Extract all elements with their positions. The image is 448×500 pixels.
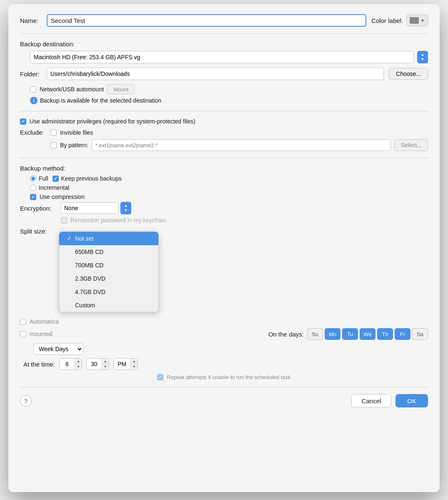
backup-destination-label: Backup destination: (20, 40, 428, 48)
admin-checkbox[interactable] (20, 118, 26, 125)
color-label-area: Color label: ▼ (371, 15, 428, 26)
pattern-select-button[interactable]: Select... (394, 139, 428, 151)
auto-checkbox-2[interactable] (20, 331, 26, 337)
pattern-input[interactable] (92, 139, 391, 151)
dropdown-item-label: Not set (75, 235, 93, 242)
backup-method-label: Backup method: (20, 165, 428, 172)
schedule-row: Week Days (20, 343, 428, 355)
minute-up-arrow[interactable]: ▲ (102, 359, 109, 364)
keep-backups-label: Keep previous backups (61, 175, 122, 182)
day-sa[interactable]: Sa (412, 328, 428, 340)
by-pattern-checkbox[interactable] (50, 142, 57, 148)
encryption-label: Encryption: (20, 205, 55, 212)
split-size-label: Split size: (20, 228, 55, 235)
day-we[interactable]: We (360, 328, 375, 340)
mounted-text: mounted (30, 331, 52, 337)
days-buttons: Su Mo Tu We Th Fr Sa (307, 328, 428, 340)
folder-input[interactable] (47, 68, 384, 80)
ampm-up-arrow[interactable]: ▲ (131, 359, 138, 364)
dropdown-check-icon: ✓ (66, 235, 73, 241)
info-row: i Backup is available for the selected d… (30, 97, 428, 104)
day-fr[interactable]: Fr (395, 328, 410, 340)
exclude-section: Exclude: Invisible files By pattern: Sel… (20, 129, 428, 151)
admin-row: Use administrator privileges (required f… (20, 118, 428, 125)
ampm-stepper-arrows: ▲ ▼ (130, 359, 138, 369)
mount-button[interactable]: Mount (107, 84, 135, 94)
minute-input[interactable] (87, 361, 102, 367)
password-checkbox[interactable] (61, 217, 67, 224)
backup-destination-input[interactable] (30, 51, 414, 63)
split-size-dropdown[interactable]: ✓ Not set 650MB CD 700MB CD 2.3GB DVD (59, 231, 159, 312)
name-input[interactable] (47, 14, 366, 27)
auto-row-2: mounted On the days: Su Mo Tu We Th Fr S… (20, 328, 428, 340)
compression-checkbox[interactable] (30, 194, 36, 200)
cancel-button[interactable]: Cancel (351, 394, 392, 407)
ampm-input[interactable] (114, 361, 130, 367)
repeat-checkbox[interactable] (157, 374, 163, 380)
keep-backups-checkbox[interactable] (53, 176, 59, 182)
compression-label: Use compression (40, 193, 85, 200)
backup-destination-spinner[interactable]: ▲ ▼ (417, 51, 428, 63)
color-swatch-button[interactable]: ▼ (406, 15, 428, 26)
chevron-down-icon: ▼ (420, 18, 425, 23)
dropdown-item-700mb[interactable]: 700MB CD (59, 259, 158, 272)
encryption-spinner[interactable]: ▲ ▼ (120, 202, 131, 214)
full-label: Full (39, 175, 48, 182)
choose-button[interactable]: Choose... (389, 68, 428, 80)
settings-dialog: Name: Color label: ▼ Backup destination:… (8, 4, 440, 492)
hour-up-arrow[interactable]: ▲ (75, 359, 82, 364)
ampm-down-arrow[interactable]: ▼ (131, 364, 138, 370)
button-group: Cancel OK (351, 394, 428, 407)
folder-row: Folder: Choose... (20, 68, 428, 80)
on-the-days-label: On the days: (268, 331, 304, 338)
encryption-row: Encryption: ▲ ▼ (20, 202, 428, 214)
divider-3 (20, 158, 428, 158)
repeat-label: Repeat attempts if unable to run the sch… (167, 374, 290, 380)
help-button[interactable]: ? (20, 395, 32, 407)
dropdown-item-not-set[interactable]: ✓ Not set (59, 232, 158, 245)
invisible-files-checkbox[interactable] (50, 129, 57, 136)
day-tu[interactable]: Tu (342, 328, 358, 340)
by-pattern-label: By pattern: (60, 142, 88, 148)
dropdown-item-650mb[interactable]: 650MB CD (59, 245, 158, 259)
enc-spinner-up-icon: ▲ (124, 204, 128, 208)
day-mo[interactable]: Mo (325, 328, 340, 340)
dropdown-item-label-5: 4.7GB DVD (75, 289, 105, 295)
dropdown-item-label-3: 700MB CD (75, 262, 103, 269)
color-label-text: Color label: (371, 17, 403, 24)
exclude-invisible-row: Exclude: Invisible files (20, 129, 428, 136)
hour-stepper: ▲ ▼ (59, 358, 82, 370)
encryption-input[interactable] (60, 202, 119, 214)
dropdown-item-custom[interactable]: Custom (59, 299, 158, 312)
backup-method-section: Backup method: Full Keep previous backup… (20, 165, 428, 200)
spinner-down-icon: ▼ (421, 58, 425, 61)
password-label: Remember password in my keychain (70, 217, 166, 224)
dropdown-item-47gb[interactable]: 4.7GB DVD (59, 285, 158, 299)
day-th[interactable]: Th (377, 328, 393, 340)
minute-down-arrow[interactable]: ▼ (102, 364, 109, 370)
hour-down-arrow[interactable]: ▼ (75, 364, 82, 370)
spinner-up-icon: ▲ (421, 53, 425, 57)
network-usb-checkbox[interactable] (30, 86, 36, 93)
auto-checkbox-1[interactable] (20, 319, 26, 325)
incremental-method-row: Incremental (30, 184, 428, 191)
day-su[interactable]: Su (307, 328, 323, 340)
exclude-pattern-row: By pattern: Select... (20, 139, 428, 151)
repeat-row: Repeat attempts if unable to run the sch… (20, 374, 428, 380)
auto-row-1: Automatica (20, 318, 428, 325)
network-usb-label: Network/USB automount (40, 86, 104, 93)
bottom-row: ? Cancel OK (20, 394, 428, 407)
incremental-radio[interactable] (30, 185, 36, 191)
incremental-label: Incremental (39, 184, 69, 191)
split-size-row: Split size: ✓ Not set 650MB CD 700MB CD … (20, 228, 428, 235)
ok-button[interactable]: OK (395, 394, 428, 407)
divider-1 (20, 33, 428, 34)
hour-input[interactable] (60, 361, 75, 367)
ampm-stepper: ▲ ▼ (113, 358, 138, 370)
invisible-files-label: Invisible files (60, 129, 93, 136)
week-days-select[interactable]: Week Days (33, 343, 83, 355)
full-radio[interactable] (30, 176, 36, 182)
dropdown-item-23gb[interactable]: 2.3GB DVD (59, 272, 158, 285)
time-row: At the time: ▲ ▼ ▲ ▼ ▲ ▼ (23, 358, 428, 370)
divider-2 (20, 111, 428, 111)
